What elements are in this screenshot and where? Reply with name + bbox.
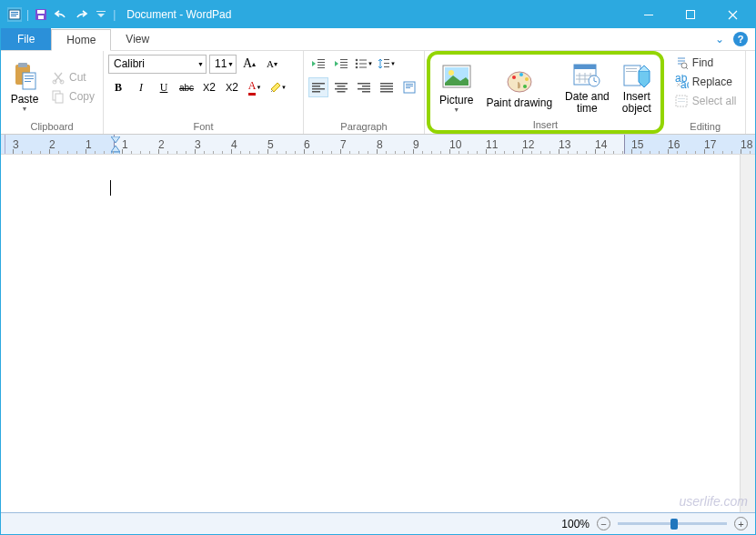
ribbon: Paste ▼ Cut Copy Clipboard Calibri▼ 11▼ (1, 51, 755, 135)
help-icon[interactable]: ? (733, 32, 748, 46)
align-right-button[interactable] (354, 77, 374, 97)
find-button[interactable]: Find (670, 54, 717, 72)
cut-icon (51, 70, 66, 85)
svg-rect-42 (335, 83, 348, 85)
svg-point-61 (508, 72, 531, 92)
svg-rect-56 (406, 86, 413, 86)
maximize-button[interactable] (670, 1, 711, 28)
view-tab[interactable]: View (111, 28, 164, 50)
calendar-icon (572, 60, 601, 89)
line-spacing-button[interactable]: ▼ (377, 54, 397, 74)
palette-icon (505, 66, 534, 96)
font-color-button[interactable]: A▼ (245, 77, 265, 97)
svg-text:ac: ac (680, 78, 689, 89)
close-button[interactable] (711, 1, 753, 28)
svg-rect-25 (340, 59, 348, 60)
bullets-button[interactable]: ▼ (354, 54, 374, 74)
zoom-slider[interactable] (618, 522, 727, 525)
file-tab[interactable]: File (1, 28, 51, 50)
align-left-button[interactable] (308, 77, 328, 97)
bold-button[interactable]: B (108, 77, 128, 97)
paragraph-dialog-button[interactable] (399, 77, 419, 97)
svg-rect-4 (11, 15, 16, 16)
page[interactable] (1, 155, 740, 512)
svg-rect-34 (359, 67, 367, 68)
svg-rect-47 (362, 86, 370, 87)
svg-rect-21 (318, 59, 325, 60)
replace-button[interactable]: abacReplace (670, 73, 736, 91)
title-bar: | | Document - WordPad (1, 1, 755, 28)
svg-rect-49 (362, 91, 370, 93)
svg-rect-38 (312, 83, 325, 85)
text-cursor (110, 180, 111, 196)
font-group: Calibri▼ 11▼ A▴ A▾ B I U abc X2 X2 A▼ ▼ … (104, 51, 304, 134)
increase-indent-button[interactable] (331, 54, 351, 74)
cut-button[interactable]: Cut (47, 68, 98, 86)
svg-rect-12 (18, 63, 27, 67)
svg-rect-52 (380, 88, 393, 90)
svg-rect-14 (25, 76, 34, 76)
svg-rect-44 (335, 88, 348, 90)
svg-rect-41 (312, 91, 320, 93)
svg-point-29 (356, 59, 358, 62)
svg-rect-35 (384, 59, 389, 60)
collapse-ribbon-icon[interactable]: ⌄ (715, 33, 724, 45)
strikethrough-button[interactable]: abc (176, 77, 197, 97)
svg-rect-7 (38, 15, 44, 19)
insert-object-button[interactable]: Insertobject (618, 57, 656, 117)
grow-font-button[interactable]: A▴ (239, 54, 259, 74)
svg-rect-2 (11, 12, 18, 13)
justify-button[interactable] (377, 77, 397, 97)
italic-button[interactable]: I (131, 77, 151, 97)
font-size-combo[interactable]: 11▼ (209, 55, 237, 74)
status-bar: 100% − + (1, 512, 755, 534)
svg-rect-23 (318, 65, 325, 66)
qat-customize-icon[interactable] (93, 6, 109, 23)
ribbon-tabs: File Home View ⌄ ? (1, 28, 755, 51)
editing-group: Find abacReplace Select all Editing (666, 51, 746, 134)
svg-rect-53 (380, 91, 393, 93)
svg-rect-81 (678, 98, 685, 99)
insert-group: Picture▼ Paint drawing Date andtime Inse… (427, 51, 664, 134)
svg-rect-26 (340, 62, 348, 63)
object-icon (622, 60, 651, 89)
zoom-in-button[interactable]: + (734, 517, 748, 530)
date-time-button[interactable]: Date andtime (560, 57, 614, 117)
svg-rect-3 (11, 14, 18, 15)
underline-button[interactable]: U (154, 77, 174, 97)
clipboard-group: Paste ▼ Cut Copy Clipboard (1, 51, 104, 134)
svg-rect-50 (380, 83, 393, 85)
copy-button[interactable]: Copy (47, 87, 98, 106)
superscript-button[interactable]: X2 (222, 77, 242, 97)
svg-point-30 (356, 63, 358, 66)
redo-icon[interactable] (73, 6, 89, 23)
svg-rect-28 (340, 67, 348, 68)
decrease-indent-button[interactable] (308, 54, 328, 74)
svg-rect-67 (574, 65, 596, 69)
svg-point-31 (356, 66, 358, 69)
save-icon[interactable] (33, 6, 49, 23)
undo-icon[interactable] (53, 6, 69, 23)
vertical-scrollbar[interactable] (740, 155, 755, 512)
minimize-button[interactable] (628, 1, 670, 28)
subscript-button[interactable]: X2 (199, 77, 219, 97)
paste-icon (10, 62, 39, 91)
svg-rect-51 (380, 86, 393, 87)
svg-rect-6 (37, 10, 45, 14)
paint-drawing-button[interactable]: Paint drawing (481, 64, 557, 112)
document-area[interactable] (1, 155, 740, 512)
picture-icon (442, 63, 471, 92)
ruler[interactable]: 321123456789101112131415161718 (1, 135, 755, 155)
paste-button[interactable]: Paste ▼ (5, 59, 44, 115)
svg-rect-45 (338, 91, 346, 93)
shrink-font-button[interactable]: A▾ (262, 54, 282, 74)
picture-button[interactable]: Picture▼ (435, 60, 478, 116)
select-all-button[interactable]: Select all (670, 92, 741, 110)
home-tab[interactable]: Home (51, 29, 111, 51)
highlight-button[interactable]: ▼ (267, 77, 287, 97)
svg-rect-43 (338, 86, 346, 87)
svg-rect-75 (626, 68, 637, 69)
align-center-button[interactable] (331, 77, 351, 97)
font-family-combo[interactable]: Calibri▼ (108, 55, 207, 74)
zoom-out-button[interactable]: − (597, 517, 610, 530)
